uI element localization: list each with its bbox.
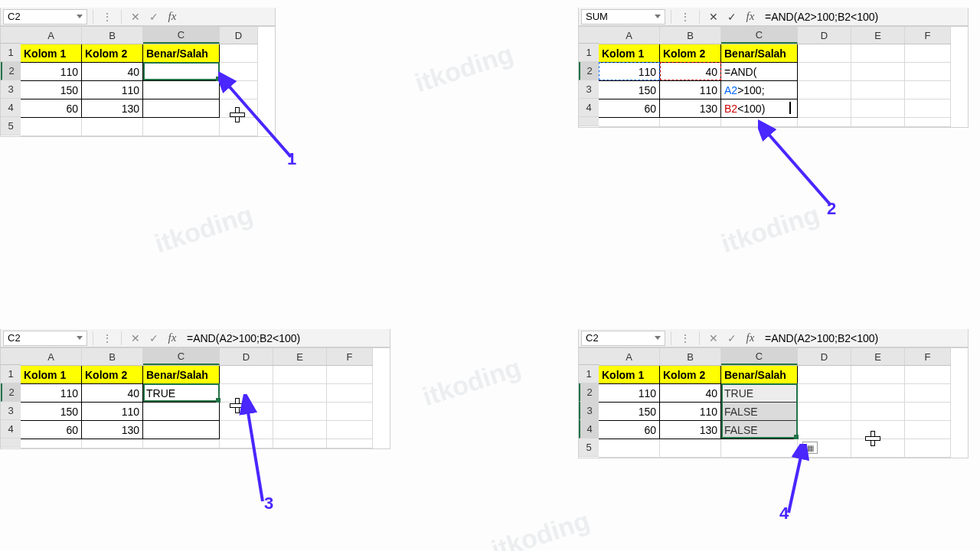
cell[interactable] bbox=[143, 63, 220, 81]
cell[interactable] bbox=[143, 421, 220, 439]
row-header[interactable]: 2 bbox=[1, 383, 21, 402]
cell[interactable] bbox=[143, 118, 220, 136]
cell[interactable] bbox=[327, 366, 373, 384]
col-header[interactable]: C bbox=[143, 348, 220, 365]
cell[interactable] bbox=[851, 44, 905, 63]
cell[interactable]: 130 bbox=[660, 421, 721, 439]
cell[interactable] bbox=[273, 403, 327, 421]
cell[interactable] bbox=[21, 118, 82, 136]
cell[interactable] bbox=[851, 99, 905, 118]
header-cell[interactable]: Kolom 1 bbox=[21, 44, 82, 63]
cell[interactable] bbox=[273, 384, 327, 403]
cell[interactable] bbox=[851, 439, 905, 458]
cell[interactable]: 60 bbox=[599, 99, 660, 118]
cell[interactable]: 110 bbox=[82, 403, 143, 421]
cell[interactable]: TRUE bbox=[721, 384, 798, 403]
cell[interactable] bbox=[905, 366, 951, 384]
col-header[interactable]: D bbox=[798, 27, 851, 44]
name-box[interactable]: SUM bbox=[581, 9, 665, 24]
cell[interactable] bbox=[851, 81, 905, 99]
row-header[interactable]: 4 bbox=[579, 99, 599, 117]
cell[interactable]: 150 bbox=[21, 403, 82, 421]
cell[interactable]: 130 bbox=[660, 99, 721, 118]
row-header[interactable]: 4 bbox=[1, 99, 21, 117]
cell[interactable] bbox=[21, 439, 82, 448]
name-box[interactable]: C2 bbox=[3, 331, 87, 346]
cell[interactable] bbox=[798, 366, 851, 384]
cell[interactable] bbox=[798, 403, 851, 421]
cell[interactable] bbox=[798, 118, 851, 127]
row-header[interactable]: 2 bbox=[579, 62, 599, 80]
cell[interactable] bbox=[851, 421, 905, 439]
cell[interactable] bbox=[798, 44, 851, 63]
cell[interactable]: 110 bbox=[21, 63, 82, 81]
fx-icon[interactable]: fx bbox=[164, 331, 181, 346]
col-header[interactable]: C bbox=[721, 27, 798, 44]
header-cell[interactable]: Kolom 1 bbox=[599, 366, 660, 384]
cell-editing[interactable]: A2>100; bbox=[721, 81, 798, 99]
cell[interactable] bbox=[599, 439, 660, 458]
col-header[interactable]: F bbox=[327, 348, 373, 365]
select-all-corner[interactable] bbox=[579, 27, 599, 44]
header-cell[interactable]: Kolom 1 bbox=[21, 366, 82, 384]
col-header[interactable]: B bbox=[660, 27, 721, 44]
row-header[interactable]: 4 bbox=[1, 420, 21, 439]
cell[interactable] bbox=[851, 63, 905, 81]
header-cell[interactable]: Kolom 2 bbox=[660, 366, 721, 384]
row-header[interactable]: 5 bbox=[1, 117, 21, 135]
cell[interactable]: 150 bbox=[599, 403, 660, 421]
cell[interactable] bbox=[905, 118, 951, 127]
cell[interactable] bbox=[327, 384, 373, 403]
enter-icon[interactable]: ✓ bbox=[145, 331, 162, 346]
enter-icon[interactable]: ✓ bbox=[145, 9, 162, 24]
fx-icon[interactable]: fx bbox=[742, 331, 759, 346]
header-cell[interactable]: Kolom 2 bbox=[660, 44, 721, 63]
select-all-corner[interactable] bbox=[1, 348, 21, 365]
fx-icon[interactable]: fx bbox=[164, 9, 181, 24]
header-cell[interactable]: Benar/Salah bbox=[721, 366, 798, 384]
col-header[interactable]: C bbox=[143, 27, 220, 44]
header-cell[interactable]: Kolom 1 bbox=[599, 44, 660, 63]
col-header[interactable]: D bbox=[220, 348, 273, 365]
enter-icon[interactable]: ✓ bbox=[724, 331, 740, 346]
cell[interactable] bbox=[660, 439, 721, 458]
header-cell[interactable]: Benar/Salah bbox=[143, 44, 220, 63]
row-header[interactable] bbox=[579, 117, 599, 126]
cell[interactable] bbox=[798, 63, 851, 81]
header-cell[interactable]: Kolom 2 bbox=[82, 44, 143, 63]
col-header[interactable]: A bbox=[21, 348, 82, 365]
cell[interactable]: TRUE bbox=[143, 384, 220, 403]
worksheet-grid[interactable]: 1 2 3 4 A B C D E F Kolom 1 Kolom 2 Bena… bbox=[0, 347, 390, 449]
col-header[interactable]: D bbox=[798, 348, 851, 365]
cell[interactable]: 60 bbox=[21, 99, 82, 118]
col-header[interactable]: F bbox=[905, 348, 951, 365]
cell[interactable] bbox=[798, 384, 851, 403]
row-header[interactable]: 3 bbox=[1, 80, 21, 99]
cell-editing[interactable]: B2<100) bbox=[721, 99, 798, 118]
formula-input[interactable]: =AND(A2>100;B2<100) bbox=[760, 11, 965, 23]
cell[interactable]: FALSE bbox=[721, 403, 798, 421]
col-header[interactable]: F bbox=[905, 27, 951, 44]
cell[interactable]: 110 bbox=[660, 81, 721, 99]
row-header[interactable]: 3 bbox=[1, 402, 21, 420]
cell[interactable] bbox=[220, 99, 258, 118]
cell[interactable] bbox=[798, 99, 851, 118]
cell[interactable]: 110 bbox=[660, 403, 721, 421]
cell[interactable] bbox=[273, 366, 327, 384]
col-header[interactable]: D bbox=[220, 27, 258, 44]
cell[interactable] bbox=[660, 118, 721, 127]
header-cell[interactable]: Benar/Salah bbox=[143, 366, 220, 384]
cell[interactable] bbox=[905, 99, 951, 118]
cell[interactable] bbox=[220, 421, 273, 439]
cell[interactable] bbox=[851, 384, 905, 403]
cell[interactable] bbox=[143, 403, 220, 421]
cell[interactable]: 130 bbox=[82, 421, 143, 439]
col-header[interactable]: E bbox=[273, 348, 327, 365]
cell[interactable] bbox=[220, 63, 258, 81]
header-cell[interactable]: Kolom 2 bbox=[82, 366, 143, 384]
worksheet-grid[interactable]: 1 2 3 4 A B C D E F Kolom 1 Kolom 2 Bena… bbox=[578, 26, 969, 128]
cell[interactable] bbox=[220, 384, 273, 403]
vdots-icon[interactable]: ⋮ bbox=[677, 331, 694, 346]
worksheet-grid[interactable]: 1 2 3 4 5 A B C D E F Kolom 1 Kolom 2 Be… bbox=[578, 347, 969, 458]
cell[interactable]: 60 bbox=[599, 421, 660, 439]
